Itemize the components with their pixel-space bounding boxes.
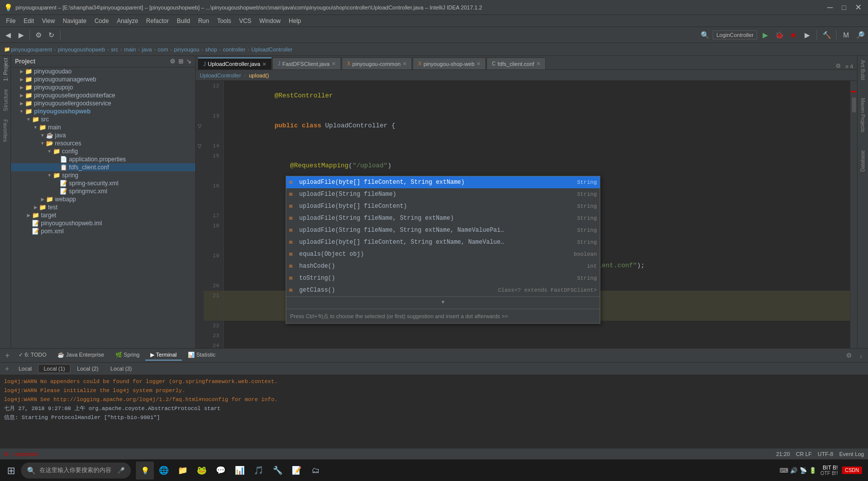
taskbar-app-9[interactable]: 🗂 [307, 462, 325, 480]
taskbar-app-5[interactable]: 📊 [231, 462, 249, 480]
tree-item-pinyougoudao[interactable]: ▶ 📁 pinyougoudao [11, 67, 195, 75]
tree-item-application-props[interactable]: 📄 application.properties [11, 155, 195, 163]
minimize-button[interactable]: ─ [824, 2, 836, 12]
menu-item-code[interactable]: Code [90, 16, 113, 25]
taskbar-app-4[interactable]: 💬 [212, 462, 230, 480]
scroll-thumb[interactable] [852, 97, 856, 112]
tree-item-target[interactable]: ▶ 📁 target [11, 211, 195, 219]
tab-close-icon[interactable]: ✕ [476, 61, 480, 66]
menu-item-window[interactable]: Window [255, 16, 285, 25]
tab-fastdfsclient[interactable]: J FastDFSClient.java ✕ [272, 57, 341, 69]
bottom-tab-java-enterprise[interactable]: ☕ Java Enterprise [52, 350, 109, 361]
ac-item-uploadfile-filename-extname-nv[interactable]: m uploadFile(String fileName, String ext… [286, 224, 600, 236]
maven-projects-label[interactable]: Maven Projects [859, 94, 867, 136]
method-name[interactable]: upload() [249, 72, 269, 78]
tab-close-icon[interactable]: ✕ [403, 61, 407, 66]
ac-item-uploadfile-bytes[interactable]: m uploadFile(byte[] fileContent) String [286, 200, 600, 212]
tab-pinyougou-shop-web[interactable]: X pinyougou-shop-web ✕ [413, 57, 486, 69]
bc-java[interactable]: java [142, 46, 152, 52]
project-arrow-icon[interactable]: ↘ [186, 58, 191, 65]
build-button[interactable]: 🔨 [821, 29, 833, 41]
ac-item-uploadfile-bytes-extname-nv[interactable]: m uploadFile(byte[] fileContent, String … [286, 236, 600, 248]
maximize-button[interactable]: □ [838, 2, 850, 12]
tree-item-resources[interactable]: ▼ 📂 resources [11, 139, 195, 147]
tab-close-icon[interactable]: ✕ [332, 61, 336, 66]
back-button[interactable]: ◀ [2, 29, 14, 41]
ac-item-uploadfile-filename[interactable]: m uploadFile(String fileName) String [286, 188, 600, 200]
forward-button[interactable]: ▶ [15, 29, 27, 41]
tab-pinyougou-common[interactable]: X pinyougou-common ✕ [342, 57, 412, 69]
tree-item-pinyougoushopweb[interactable]: ▼ 📁 pinyougoushopweb [11, 107, 195, 115]
ac-item-uploadfile-filename-extname[interactable]: m uploadFile(String fileName, String ext… [286, 212, 600, 224]
bc-pinyougou[interactable]: pinyougou [174, 46, 199, 52]
bc-controller[interactable]: controller [223, 46, 245, 52]
menu-item-edit[interactable]: Edit [19, 16, 38, 25]
mic-icon[interactable]: 🎤 [117, 467, 125, 474]
tree-item-fdfs-conf[interactable]: 📋 fdfs_client.conf [11, 163, 195, 171]
bc-shop[interactable]: shop [205, 46, 217, 52]
database-label[interactable]: Database [859, 146, 867, 176]
term-tab-local-1[interactable]: Local (1) [38, 364, 70, 373]
ac-item-uploadfile-bytes-extname[interactable]: m uploadFile(byte[] fileContent, String … [286, 176, 600, 188]
project-layout-icon[interactable]: ⊞ [178, 58, 183, 65]
ac-item-tostring[interactable]: m toString() String [286, 272, 600, 284]
tree-item-sellergoodsinterface[interactable]: ▶ 📁 pinyougousellergoodsinterface [11, 91, 195, 99]
tree-item-java[interactable]: ▼ ☕ java [11, 131, 195, 139]
bottom-tab-spring[interactable]: 🌿 Spring [110, 350, 145, 361]
taskbar-app-explorer[interactable]: 📁 [174, 462, 192, 480]
bc-main[interactable]: main [124, 46, 136, 52]
tree-item-pinyougoupojo[interactable]: ▶ 📁 pinyougoupojo [11, 83, 195, 91]
class-name[interactable]: UploadController [200, 72, 241, 78]
term-add-btn[interactable]: + [2, 364, 12, 374]
line-col-indicator[interactable]: 21:20 [776, 451, 790, 457]
tree-item-main[interactable]: ▼ 📁 main [11, 123, 195, 131]
bottom-tab-terminal[interactable]: ▶ Terminal [145, 350, 181, 361]
systray-icon-3[interactable]: 📡 [800, 467, 807, 474]
structure-label[interactable]: Structure [1, 87, 9, 113]
tab-uploadcontroller[interactable]: J UploadController.java ✕ [198, 57, 272, 69]
bottom-tab-todo[interactable]: ✓ 6: TODO [13, 350, 51, 361]
tree-item-spring-security[interactable]: 📝 spring-security.xml [11, 179, 195, 187]
hide-icon[interactable]: ↓ [856, 351, 866, 361]
crlf-indicator[interactable]: CR LF [796, 451, 812, 457]
menu-item-run[interactable]: Run [194, 16, 213, 25]
taskbar-app-intellij[interactable]: 💡 [136, 462, 154, 480]
taskbar-app-6[interactable]: 🎵 [250, 462, 268, 480]
fold-icon-16[interactable]: ▽ [198, 123, 202, 129]
taskbar-app-chrome[interactable]: 🌐 [155, 462, 173, 480]
menu-item-navigate[interactable]: Navigate [59, 16, 90, 25]
tree-item-test[interactable]: ▶ 📁 test [11, 203, 195, 211]
menu-item-view[interactable]: View [38, 16, 59, 25]
run-button[interactable]: ▶ [759, 29, 771, 41]
menu-item-vcs[interactable]: VCS [235, 16, 256, 25]
tab-settings-icon[interactable]: ⚙ [834, 62, 843, 69]
favorites-label[interactable]: Favorites [1, 117, 9, 144]
tree-item-config[interactable]: ▼ 📁 config [11, 147, 195, 155]
taskbar-app-8[interactable]: 📝 [288, 462, 306, 480]
ant-build-label[interactable]: Ant Build [859, 56, 867, 84]
taskbar-app-7[interactable]: 🔧 [269, 462, 287, 480]
bottom-tab-statistic[interactable]: 📊 Statistic [183, 350, 221, 361]
bc-uploadcontroller[interactable]: UploadController [251, 46, 293, 52]
menu-item-help[interactable]: Help [285, 16, 305, 25]
systray-icon-battery[interactable]: 🔋 [809, 467, 817, 474]
close-button[interactable]: ✕ [852, 2, 864, 12]
tree-item-webapp[interactable]: ▶ 📁 webapp [11, 195, 195, 203]
bc-pinyougouparent[interactable]: pinyougouparent [11, 46, 52, 52]
bottom-tab-add[interactable]: + [2, 350, 12, 361]
event-log-button[interactable]: Event Log [839, 451, 864, 457]
project-settings-icon[interactable]: ⚙ [170, 58, 175, 65]
settings-button[interactable]: ⚙ [32, 29, 44, 41]
charset-indicator[interactable]: UTF-8 [818, 451, 833, 457]
menu-item-refactor[interactable]: Refactor [142, 16, 173, 25]
tree-item-iml[interactable]: 📝 pinyougoushopweb.iml [11, 219, 195, 227]
settings-icon[interactable]: ⚙ [844, 351, 854, 361]
systray-icon-2[interactable]: 🔊 [790, 467, 798, 474]
tree-item-src[interactable]: ▼ 📁 src [11, 115, 195, 123]
taskbar-app-3[interactable]: 🐸 [193, 462, 211, 480]
menu-item-build[interactable]: Build [173, 16, 194, 25]
tree-item-springmvc[interactable]: 📝 springmvc.xml [11, 187, 195, 195]
coverage-button[interactable]: ▶ [801, 29, 813, 41]
tab-fdfs-conf[interactable]: C fdfs_client.conf ✕ [486, 57, 546, 69]
systray-icon-1[interactable]: ⌨ [780, 467, 788, 474]
